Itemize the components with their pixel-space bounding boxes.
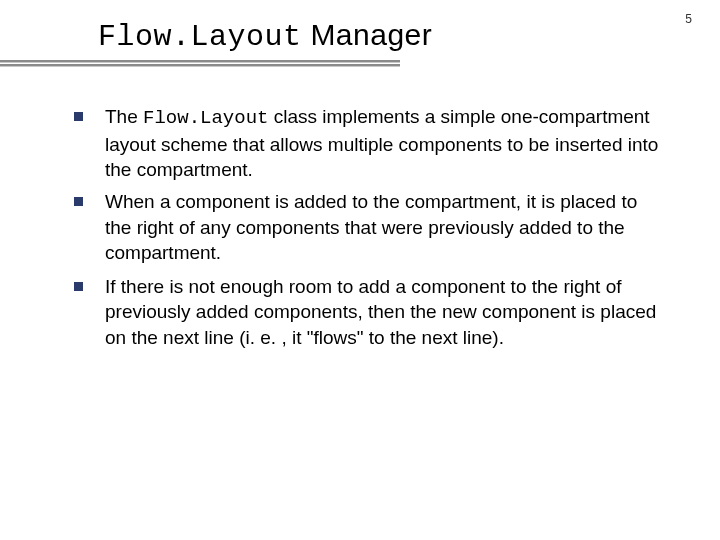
bullet-pre: When a component is added to the compart… (105, 191, 637, 263)
list-item: The Flow.Layout class implements a simpl… (74, 104, 660, 183)
slide-title: Flow.Layout Manager (98, 18, 692, 54)
bullet-text: The Flow.Layout class implements a simpl… (105, 104, 660, 183)
bullet-mono: Flow.Layout (143, 107, 268, 129)
title-underline (0, 60, 400, 66)
title-mono: Flow.Layout (98, 20, 302, 54)
square-bullet-icon (74, 197, 83, 206)
list-item: When a component is added to the compart… (74, 189, 660, 268)
list-item: If there is not enough room to add a com… (74, 274, 660, 353)
page-number: 5 (685, 12, 692, 26)
bullet-pre: If there is not enough room to add a com… (105, 276, 656, 348)
slide: 5 Flow.Layout Manager The Flow.Layout cl… (0, 0, 720, 540)
bullet-pre: The (105, 106, 143, 127)
bullet-text: If there is not enough room to add a com… (105, 274, 660, 353)
bullet-text: When a component is added to the compart… (105, 189, 660, 268)
title-rest: Manager (302, 18, 433, 51)
content-area: The Flow.Layout class implements a simpl… (74, 104, 660, 359)
title-wrap: Flow.Layout Manager (98, 18, 692, 54)
square-bullet-icon (74, 112, 83, 121)
square-bullet-icon (74, 282, 83, 291)
